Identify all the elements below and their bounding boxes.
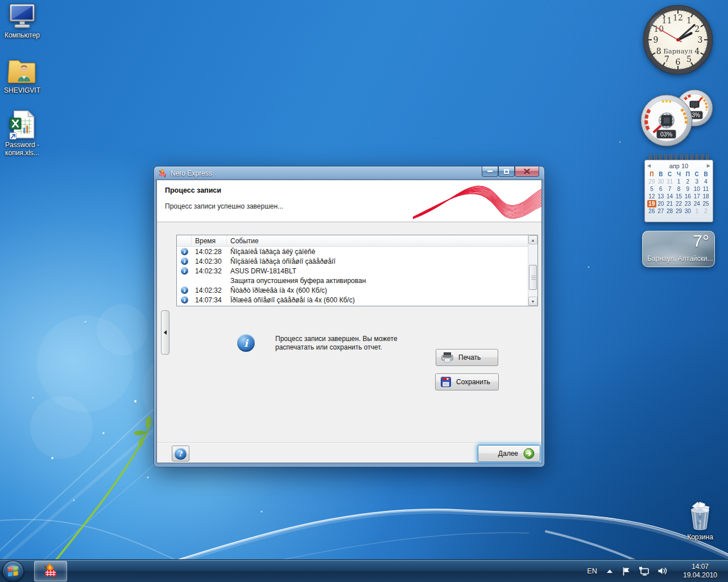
calendar-day[interactable]: 30 [656,178,665,185]
calendar-day-header: П [647,171,656,178]
maximize-icon [504,169,509,174]
calendar-day[interactable]: 25 [701,200,710,207]
log-row[interactable]: i14:02:32ASUS DRW-1814BLT [177,266,528,276]
show-hidden-icons-button[interactable] [607,569,613,573]
calendar-day[interactable]: 12 [647,193,656,200]
log-time: 14:02:28 [192,248,227,256]
language-indicator[interactable]: EN [582,567,602,575]
log-time: 14:02:32 [192,267,227,275]
calendar-day[interactable]: 5 [647,185,656,193]
calendar-day[interactable]: 6 [656,185,665,193]
log-row[interactable]: Защита опустошения буфера активирован [177,276,528,285]
calendar-day[interactable]: 24 [692,200,701,207]
calendar-day[interactable]: 22 [675,200,684,207]
print-button[interactable]: Печать [436,349,498,366]
calendar-day[interactable]: 2 [683,178,692,185]
clock-city-label: Барнаул [663,47,692,55]
scroll-down-button[interactable]: ▼ [528,297,537,306]
calendar-day[interactable]: 18 [701,193,710,200]
calendar-month-label: апр 10 [669,163,688,169]
calendar-day[interactable]: 21 [665,200,675,207]
calendar-day[interactable]: 14 [665,193,675,200]
close-button[interactable] [515,167,539,177]
weather-gadget[interactable]: 7° Барнаул, Алтайски... [642,231,715,267]
calendar-day[interactable]: 29 [675,207,684,215]
desktop-icon-label: SHEVIGVIT [0,86,44,94]
log-row[interactable]: i14:07:34Ïðîæèã óñïåøíî çàâåðøåí íà 4x (… [177,295,528,305]
window-title: Nero Express [171,169,212,177]
help-button[interactable]: ? [172,446,189,462]
printer-icon [441,352,453,363]
calendar-day[interactable]: 28 [665,207,675,215]
calendar-day[interactable]: 16 [683,193,692,200]
excel-file-icon [8,110,36,140]
start-button[interactable] [2,560,24,582]
calendar-day[interactable]: 13 [656,193,665,200]
calendar-day[interactable]: 4 [701,178,710,185]
desktop-icon-user-folder[interactable]: SHEVIGVIT [0,57,44,94]
calendar-day[interactable]: 27 [656,207,665,215]
desktop-icon-label: Password - копия.xls... [0,141,44,157]
desktop-icon-recycle-bin[interactable]: Корзина [680,500,720,541]
next-button[interactable]: Далее [478,445,540,462]
desktop-icon-computer[interactable]: Компьютер [0,3,44,39]
calendar-day[interactable]: 31 [665,178,675,185]
scrollbar-thumb[interactable] [529,265,537,290]
scroll-up-button[interactable]: ▲ [528,235,537,244]
calendar-next-icon[interactable]: ▶ [707,163,710,168]
computer-icon [7,3,38,30]
taskbar-clock[interactable]: 14:07 19.04.2010 [676,563,725,580]
calendar-day[interactable]: 17 [692,193,701,200]
window-content: Процесс записи Процесс записи успешно за… [156,180,542,463]
calendar-gadget[interactable]: ◀ апр 10 ▶ ПВСЧПСВ2930311234567891011121… [644,154,713,222]
log-event: Ñòàðò ïðîæèãà íà 4x (600 Кб/с) [227,286,528,294]
column-time[interactable]: Время [192,235,227,246]
calendar-day[interactable]: 1 [692,207,701,215]
calendar-day[interactable]: 3 [692,178,701,185]
calendar-day[interactable]: 29 [647,178,656,185]
log-scrollbar[interactable]: ▲ ▼ [528,235,537,306]
user-folder-icon [7,57,37,85]
calendar-prev-icon[interactable]: ◀ [647,163,651,168]
calendar-paper: ◀ апр 10 ▶ ПВСЧПСВ2930311234567891011121… [644,160,713,222]
calendar-day[interactable]: 10 [692,185,701,193]
info-icon: i [181,267,188,275]
clock-time: 14:07 [676,563,725,571]
volume-icon[interactable] [657,567,667,575]
calendar-day[interactable]: 30 [683,207,692,215]
calendar-day[interactable]: 15 [675,193,684,200]
taskbar-nero-button[interactable] [34,561,67,581]
recycle-bin-icon [685,500,715,532]
burn-log-table[interactable]: Время Событие i14:02:28Ñîçäàíèå îáðàçà ä… [176,235,538,306]
log-row[interactable]: i14:02:28Ñîçäàíèå îáðàçà äëÿ çàïèñè [177,247,528,256]
floppy-disk-icon [441,377,451,387]
network-icon[interactable] [639,567,650,576]
calendar-day[interactable]: 19 [647,200,656,207]
wizard-step-subtitle: Процесс записи успешно завершен... [165,202,283,210]
calendar-day[interactable]: 11 [701,185,710,193]
log-time: 14:02:30 [192,257,227,265]
calendar-day-header: В [656,171,665,178]
column-event[interactable]: Событие [227,235,537,246]
calendar-day[interactable]: 2 [701,207,710,215]
clock-gadget[interactable]: 121234567891011 Барнаул [642,3,714,76]
log-event: Ñîçäàíèå îáðàçà äëÿ çàïèñè [227,248,528,256]
calendar-day[interactable]: 26 [647,207,656,215]
log-row[interactable]: i14:02:30Ñîçäàíèå îáðàçà óñïåøíî çàâåðøå… [177,256,528,266]
calendar-day[interactable]: 20 [656,200,665,207]
action-center-flag-icon[interactable] [622,567,631,576]
minimize-button[interactable] [482,167,498,177]
calendar-day[interactable]: 7 [665,185,675,193]
calendar-day[interactable]: 1 [675,178,684,185]
cpu-meter-gadget[interactable]: 43% 03% [639,84,715,151]
save-button[interactable]: Сохранить [435,373,499,390]
collapse-panel-button[interactable] [161,310,169,355]
calendar-day[interactable]: 9 [683,185,692,193]
desktop-icon-excel-file[interactable]: Password - копия.xls... [0,110,44,157]
minimize-icon [487,171,493,172]
calendar-grid: ПВСЧПСВ293031123456789101112131415161718… [647,171,710,215]
maximize-button[interactable] [498,167,515,177]
log-row[interactable]: i14:02:32Ñòàðò ïðîæèãà íà 4x (600 Кб/с) [177,285,528,295]
calendar-day[interactable]: 8 [675,185,684,193]
calendar-day[interactable]: 23 [683,200,692,207]
